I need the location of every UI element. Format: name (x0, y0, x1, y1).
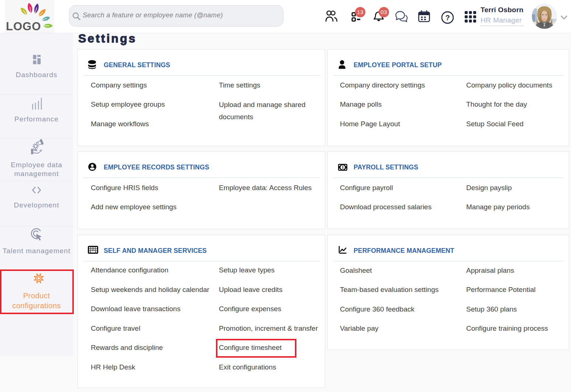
svg-text:?: ? (445, 14, 450, 22)
svg-text:1: 1 (342, 165, 344, 169)
svg-text:LOGO: LOGO (6, 20, 41, 33)
